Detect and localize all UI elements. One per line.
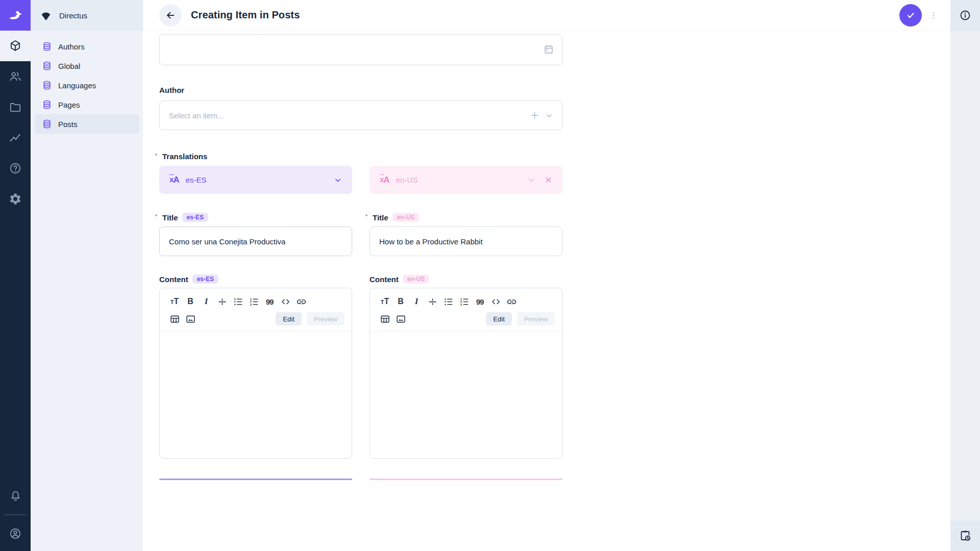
nav-item-global[interactable]: Global [35, 56, 139, 76]
collections-nav-list: Authors Global [31, 31, 143, 140]
translations-field-label: Translations [159, 152, 565, 161]
field-label-text: Title [373, 213, 388, 222]
remove-language-button[interactable] [544, 175, 553, 185]
page-header: Creating Item in Posts [143, 0, 950, 31]
title-input-en-us[interactable] [370, 227, 562, 256]
strikethrough-icon[interactable] [425, 295, 440, 308]
preview-mode-button[interactable]: Preview [307, 312, 345, 325]
link-icon[interactable] [293, 295, 309, 308]
main-content: Creating Item in Posts [143, 0, 950, 551]
module-files[interactable] [0, 92, 31, 122]
table-icon[interactable] [167, 312, 182, 325]
module-help[interactable] [0, 153, 31, 184]
numbered-list-icon[interactable]: 123 [456, 295, 472, 308]
project-wedge-icon [40, 9, 52, 21]
bold-icon[interactable]: B [183, 295, 198, 308]
format-size-icon[interactable]: TT [377, 295, 393, 308]
nav-item-posts[interactable]: Posts [35, 114, 139, 134]
module-insights[interactable] [0, 122, 31, 153]
numbered-list-icon[interactable]: 123 [246, 295, 261, 308]
nav-item-label: Languages [58, 81, 96, 90]
table-icon[interactable] [377, 312, 393, 325]
module-settings[interactable] [0, 184, 31, 214]
insights-icon [9, 131, 22, 144]
language-chip-es-es[interactable]: xA es-ES [159, 166, 352, 194]
title-inputs-row [159, 227, 562, 256]
image-icon[interactable] [393, 312, 408, 325]
database-icon [42, 99, 52, 110]
translations-language-row: xA es-ES xA en-US [159, 166, 562, 194]
link-icon[interactable] [504, 295, 519, 308]
user-avatar-button[interactable] [0, 518, 31, 549]
content-textarea-en-us[interactable] [370, 331, 562, 458]
content-editors-row: TT B I 123 99 [159, 288, 562, 459]
title-field-label-es-es: Title es-ES [159, 213, 352, 222]
bulleted-list-icon[interactable] [440, 295, 456, 308]
language-chip-en-us[interactable]: xA en-US [370, 166, 562, 194]
avatar-icon [9, 527, 22, 540]
revisions-clipboard-clock-icon [959, 530, 971, 542]
image-icon[interactable] [183, 312, 198, 325]
edit-mode-button[interactable]: Edit [486, 312, 511, 325]
title-field-label-en-us: Title en-US [370, 213, 562, 222]
back-button[interactable] [159, 4, 182, 27]
info-sidebar-button[interactable] [950, 0, 980, 31]
project-name: Directus [59, 11, 87, 20]
nav-item-pages[interactable]: Pages [35, 95, 139, 114]
strikethrough-icon[interactable] [214, 295, 230, 308]
bulleted-list-icon[interactable] [230, 295, 246, 308]
content-textarea-es-es[interactable] [160, 331, 352, 458]
blockquote-icon[interactable]: 99 [262, 295, 277, 308]
settings-gear-icon [9, 192, 22, 206]
italic-icon[interactable]: I [199, 295, 214, 308]
module-users[interactable] [0, 61, 31, 92]
code-icon[interactable] [278, 295, 293, 308]
more-options-button[interactable] [929, 11, 938, 20]
database-icon [42, 61, 52, 71]
module-content[interactable] [0, 31, 31, 61]
content-editor-es-es: TT B I 123 99 [159, 288, 352, 459]
title-input-es-es[interactable] [159, 227, 352, 256]
language-code: en-US [396, 176, 418, 184]
nav-item-authors[interactable]: Authors [35, 37, 139, 56]
directus-rabbit-logo[interactable] [0, 0, 31, 31]
lang-badge-en-us: en-US [393, 213, 420, 222]
blockquote-icon[interactable]: 99 [472, 295, 487, 308]
language-code: es-ES [186, 176, 207, 184]
preview-mode-button[interactable]: Preview [517, 312, 555, 325]
chevron-down-icon[interactable] [544, 110, 554, 120]
lang-badge-es-es: es-ES [182, 213, 208, 222]
content-field-label-es-es: Content es-ES [159, 274, 352, 284]
database-icon [42, 119, 52, 129]
italic-icon[interactable]: I [409, 295, 424, 308]
notifications-button[interactable] [0, 481, 31, 511]
nav-item-label: Posts [58, 120, 78, 129]
author-select-input[interactable] [159, 101, 562, 130]
code-icon[interactable] [488, 295, 503, 308]
nav-item-label: Global [58, 62, 80, 70]
module-bar-divider [4, 514, 27, 515]
edit-mode-button[interactable]: Edit [276, 312, 301, 325]
translate-icon: xA [169, 176, 180, 184]
field-label-text: Title [162, 213, 178, 222]
required-dot [365, 214, 368, 216]
content-editor-en-us: TT B I 123 99 [370, 288, 562, 459]
chevron-down-icon[interactable] [526, 175, 536, 185]
date-input[interactable] [159, 34, 562, 65]
calendar-icon[interactable] [543, 44, 554, 55]
format-size-icon[interactable]: TT [167, 295, 182, 308]
author-field [159, 94, 562, 130]
nav-item-languages[interactable]: Languages [35, 76, 139, 95]
bold-icon[interactable]: B [393, 295, 408, 308]
project-bar[interactable]: Directus [31, 0, 143, 31]
chevron-down-icon[interactable] [333, 175, 343, 185]
field-label-text: Author [159, 86, 184, 94]
save-button[interactable] [899, 4, 922, 27]
editor-toolbar: TT B I 123 99 [160, 288, 352, 331]
translate-icon: xA [380, 176, 390, 184]
plus-icon[interactable] [529, 110, 540, 121]
directus-app: Directus Authors [0, 0, 980, 551]
help-icon [9, 162, 22, 175]
revisions-sidebar-button[interactable] [950, 520, 980, 551]
database-icon [42, 80, 52, 90]
